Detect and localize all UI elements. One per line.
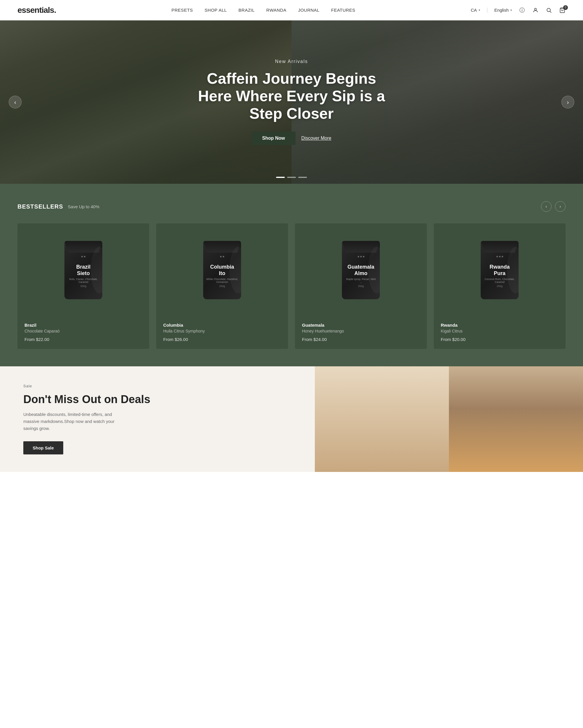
chevron-down-icon: ▾ (479, 8, 480, 12)
country-selector[interactable]: CA ▾ (471, 7, 480, 12)
sale-photo-right (449, 366, 583, 472)
sale-section: Sale Don't Miss Out on Deals Unbeatable … (0, 366, 583, 472)
section-title-group: BESTSELLERS Save Up to 40% (18, 203, 100, 210)
product-origin-brazil: Brazil (25, 322, 142, 328)
bestsellers-subtitle: Save Up to 40% (68, 204, 100, 209)
products-prev-button[interactable]: ‹ (541, 201, 552, 212)
product-name-guatemala: Honey Huehuetenango (302, 329, 420, 333)
locale-divider (487, 7, 488, 13)
shop-now-button[interactable]: Shop Now (252, 132, 295, 145)
product-image-rwanda: ★★★ RwandaPura Coconut Rum, Chocolate, C… (434, 224, 565, 317)
coffee-bag-rwanda: ★★★ RwandaPura Coconut Rum, Chocolate, C… (481, 241, 519, 299)
hero-dot-2[interactable] (287, 177, 296, 178)
product-name-brazil: Chocolate Caparaó (25, 329, 142, 333)
product-image-guatemala: ★★★ GuatemalaAlmo Maple syrup, Pecan, Mi… (295, 224, 427, 317)
bestsellers-title: BESTSELLERS (18, 203, 63, 210)
hero-dot-3[interactable] (298, 177, 307, 178)
hero-dot-1[interactable] (276, 177, 285, 178)
sale-left: Sale Don't Miss Out on Deals Unbeatable … (0, 366, 315, 472)
products-next-button[interactable]: › (555, 201, 565, 212)
bag-label-rwanda: RwandaPura (487, 264, 512, 277)
product-card-brazil[interactable]: ★★ BrazilSieto Nuts, Cacao, Chocolate, C… (18, 224, 149, 349)
sale-photo-left (315, 366, 449, 472)
hero-buttons: Shop Now Discover More (190, 132, 393, 145)
bag-label-columbia: ColumbiaIto (207, 264, 237, 277)
svg-point-0 (535, 8, 537, 10)
product-card-rwanda[interactable]: ★★★ RwandaPura Coconut Rum, Chocolate, C… (434, 224, 565, 349)
language-selector[interactable]: English ▾ (494, 7, 512, 12)
product-stars-columbia: ★★ (220, 255, 225, 258)
site-logo[interactable]: essentials. (18, 5, 56, 15)
nav-item-rwanda[interactable]: RWANDA (267, 7, 286, 13)
hero-content: New Arrivals Caffein Journey Begins Here… (190, 59, 393, 145)
product-price-rwanda: From $20.00 (441, 337, 558, 342)
products-grid: ★★ BrazilSieto Nuts, Cacao, Chocolate, C… (18, 224, 565, 349)
product-info-brazil: Brazil Chocolate Caparaó From $22.00 (18, 317, 149, 349)
coffee-bag-brazil: ★★ BrazilSieto Nuts, Cacao, Chocolate, C… (64, 241, 102, 299)
product-origin-guatemala: Guatemala (302, 322, 420, 328)
cart-icon[interactable]: 0 (559, 7, 565, 14)
svg-line-2 (550, 11, 552, 12)
nav-item-shop-all[interactable]: SHOP ALL (205, 7, 227, 13)
nav-item-journal[interactable]: JOURNAL (298, 7, 320, 13)
bag-desc-rwanda: Coconut Rum, Chocolate, Caramel (481, 278, 519, 284)
hero-prev-button[interactable]: ‹ (9, 96, 22, 108)
hero-title: Caffein Journey Begins Here Where Every … (190, 70, 393, 122)
nav-item-features[interactable]: FEATURES (331, 7, 355, 13)
product-price-brazil: From $22.00 (25, 337, 142, 342)
product-name-columbia: Huila Citrus Symphony (163, 329, 281, 333)
sale-title: Don't Miss Out on Deals (23, 393, 292, 406)
bag-weight-brazil: 500g (80, 285, 86, 288)
product-image-brazil: ★★ BrazilSieto Nuts, Cacao, Chocolate, C… (18, 224, 149, 317)
chevron-down-icon: ▾ (510, 8, 512, 12)
product-info-guatemala: Guatemala Honey Huehuetenango From $24.0… (295, 317, 427, 349)
product-origin-columbia: Columbia (163, 322, 281, 328)
product-image-columbia: ★★ ColumbiaIto White Chocolate, Hazelnut… (156, 224, 288, 317)
bag-desc-columbia: White Chocolate, Hazelnut, Cinnamon (203, 278, 241, 284)
shop-sale-button[interactable]: Shop Sale (23, 441, 63, 454)
product-price-columbia: From $26.00 (163, 337, 281, 342)
sale-badge: Sale (23, 384, 292, 388)
product-card-columbia[interactable]: ★★ ColumbiaIto White Chocolate, Hazelnut… (156, 224, 288, 349)
hero-section: ‹ › New Arrivals Caffein Journey Begins … (0, 20, 583, 184)
sale-right (315, 366, 583, 472)
navbar: essentials. PRESETS SHOP ALL BRAZIL RWAN… (0, 0, 583, 20)
bag-weight-rwanda: 250g (497, 285, 503, 288)
hero-next-button[interactable]: › (561, 96, 574, 108)
section-nav: ‹ › (541, 201, 565, 212)
product-stars-guatemala: ★★★ (357, 255, 365, 258)
sale-photo (315, 366, 583, 472)
bestsellers-header: BESTSELLERS Save Up to 40% ‹ › (18, 201, 565, 212)
bag-label-guatemala: GuatemalaAlmo (344, 264, 377, 277)
nav-item-brazil[interactable]: BRAZIL (239, 7, 255, 13)
nav-menu: PRESETS SHOP ALL BRAZIL RWANDA JOURNAL F… (171, 7, 355, 13)
search-icon[interactable] (546, 7, 552, 14)
hero-subtitle: New Arrivals (190, 59, 393, 64)
product-info-rwanda: Rwanda Kigali Citrus From $20.00 (434, 317, 565, 349)
bag-desc-guatemala: Maple syrup, Pecan, Mint ... (342, 278, 380, 284)
sale-description: Unbeatable discounts, limited-time offer… (23, 411, 117, 432)
bag-weight-columbia: 250g (219, 285, 225, 288)
product-info-columbia: Columbia Huila Citrus Symphony From $26.… (156, 317, 288, 349)
bag-desc-brazil: Nuts, Cacao, Chocolate, Caramel (64, 278, 102, 284)
discover-more-button[interactable]: Discover More (301, 136, 331, 141)
product-name-rwanda: Kigali Citrus (441, 329, 558, 333)
hero-dots (276, 177, 307, 178)
product-stars-brazil: ★★ (81, 255, 86, 258)
bag-label-brazil: BrazilSieto (73, 264, 93, 277)
bag-weight-guatemala: 250g (358, 285, 364, 288)
product-stars-rwanda: ★★★ (496, 255, 504, 258)
svg-point-1 (547, 8, 550, 12)
bestsellers-section: BESTSELLERS Save Up to 40% ‹ › ★★ Brazil… (0, 184, 583, 366)
cart-badge: 0 (563, 5, 568, 10)
product-card-guatemala[interactable]: ★★★ GuatemalaAlmo Maple syrup, Pecan, Mi… (295, 224, 427, 349)
coffee-bag-guatemala: ★★★ GuatemalaAlmo Maple syrup, Pecan, Mi… (342, 241, 380, 299)
navbar-right: CA ▾ English ▾ ⓘ 0 (471, 7, 565, 14)
product-price-guatemala: From $24.00 (302, 337, 420, 342)
nav-item-presets[interactable]: PRESETS (171, 7, 193, 13)
help-icon[interactable]: ⓘ (519, 7, 525, 14)
account-icon[interactable] (532, 7, 539, 14)
product-origin-rwanda: Rwanda (441, 322, 558, 328)
coffee-bag-columbia: ★★ ColumbiaIto White Chocolate, Hazelnut… (203, 241, 241, 299)
